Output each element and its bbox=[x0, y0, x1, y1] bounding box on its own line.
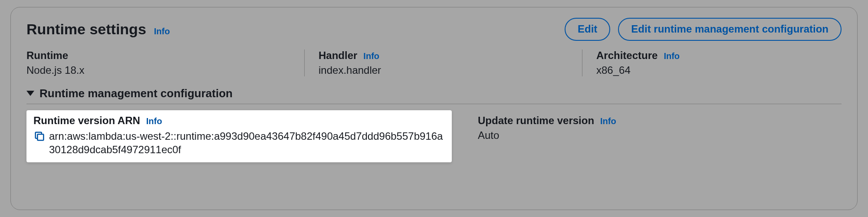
architecture-info-link[interactable]: Info bbox=[664, 51, 680, 61]
svg-rect-0 bbox=[37, 134, 43, 140]
header-left: Runtime settings Info bbox=[26, 21, 170, 38]
runtime-version-arn-info-link[interactable]: Info bbox=[146, 116, 162, 126]
edit-runtime-management-configuration-button[interactable]: Edit runtime management configuration bbox=[618, 18, 842, 41]
handler-value: index.handler bbox=[319, 64, 565, 76]
runtime-version-arn-label: Runtime version ARN bbox=[33, 115, 140, 127]
runtime-fields-row: Runtime Node.js 18.x Handler Info index.… bbox=[26, 49, 842, 76]
architecture-column: Architecture Info x86_64 bbox=[582, 49, 842, 76]
handler-info-link[interactable]: Info bbox=[363, 51, 379, 61]
edit-button[interactable]: Edit bbox=[565, 18, 610, 41]
runtime-column: Runtime Node.js 18.x bbox=[26, 49, 304, 76]
section-title: Runtime management configuration bbox=[39, 87, 233, 100]
runtime-label: Runtime bbox=[26, 49, 68, 62]
handler-column: Handler Info index.handler bbox=[304, 49, 582, 76]
runtime-version-arn-value: arn:aws:lambda:us-west-2::runtime:a993d9… bbox=[49, 129, 445, 156]
runtime-version-arn-block: Runtime version ARN Info arn:aws:lambda:… bbox=[26, 110, 452, 162]
runtime-settings-info-link[interactable]: Info bbox=[154, 26, 170, 36]
runtime-settings-panel: Runtime settings Info Edit Edit runtime … bbox=[10, 7, 858, 210]
architecture-value: x86_64 bbox=[596, 64, 824, 76]
handler-label: Handler bbox=[319, 49, 357, 62]
header-buttons: Edit Edit runtime management configurati… bbox=[565, 18, 842, 41]
caret-down-icon bbox=[26, 91, 34, 96]
update-runtime-version-value: Auto bbox=[478, 129, 616, 141]
update-runtime-version-info-link[interactable]: Info bbox=[600, 116, 616, 126]
update-runtime-version-label: Update runtime version bbox=[478, 115, 594, 127]
runtime-value: Node.js 18.x bbox=[26, 64, 287, 76]
panel-header: Runtime settings Info Edit Edit runtime … bbox=[26, 18, 842, 41]
runtime-management-config-row: Runtime version ARN Info arn:aws:lambda:… bbox=[26, 110, 842, 162]
architecture-label: Architecture bbox=[596, 49, 658, 62]
runtime-management-configuration-toggle[interactable]: Runtime management configuration bbox=[26, 87, 842, 104]
copy-icon[interactable] bbox=[33, 130, 46, 142]
panel-title: Runtime settings bbox=[26, 21, 146, 38]
update-runtime-version-block: Update runtime version Info Auto bbox=[478, 110, 616, 162]
